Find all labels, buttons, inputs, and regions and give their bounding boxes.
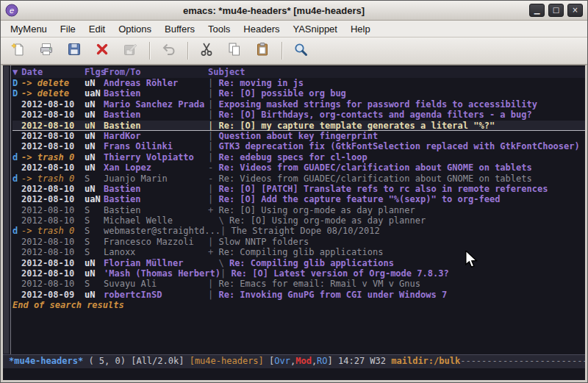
paste-button[interactable] [251,40,274,62]
toolbar-separator [187,42,189,60]
message-row[interactable]: 2012-08-10SFrancesco Mazzoli| Slow NNTP … [12,237,585,247]
msg-date: 2012-08-09 [21,290,85,300]
msg-sep: | [208,279,218,289]
undo-icon [160,41,176,60]
menu-help[interactable]: Help [344,22,377,36]
undo-button[interactable] [157,40,180,62]
menu-tools[interactable]: Tools [201,22,237,36]
msg-sep: | [208,78,218,88]
message-row[interactable]: 2012-08-10uNFlorian Müllner \ Re: Compil… [12,258,585,268]
menu-headers[interactable]: Headers [237,22,286,36]
msg-marker [12,99,21,110]
message-row[interactable]: D-> deleteuNAndreas Röhler| Re: moving i… [12,78,585,88]
column-header-from: From/To [104,67,208,78]
msg-flags: uN [85,141,104,151]
save-icon [66,41,82,60]
message-row[interactable]: 2012-08-10uNHardKor| Question about key … [12,131,585,141]
menu-yasnippet[interactable]: YASnippet [286,22,343,36]
message-row[interactable]: 2012-08-10SMichael Welle \ Re: [O] Using… [12,215,585,226]
message-row[interactable]: D-> deleteuaNBastien| Re: [O] possible o… [12,88,585,99]
msg-subject: Re: Compiling glib applications [218,247,383,257]
scrollbar[interactable] [3,65,11,354]
msg-subject: The Straight Dope 08/10/2012 [231,226,379,236]
modeline-segment-plain: 14:27 W32 [338,356,391,366]
toolbar-separator [282,42,283,60]
print-button[interactable] [35,40,58,62]
menu-file[interactable]: File [54,22,82,36]
msg-sep: | [208,121,218,130]
msg-from: Mario Sanchez Prada [104,99,208,110]
message-row[interactable]: 2012-08-10uN'Mash (Thomas Herbert)| Re: … [12,268,585,279]
msg-flags: uaN [85,194,104,204]
maximize-button[interactable]: □ [548,4,564,17]
echo-area[interactable] [3,368,585,380]
msg-date: 2012-08-10 [21,194,85,204]
msg-flags: S [85,237,104,247]
msg-from: 'Mash (Thomas Herbert) [104,268,220,279]
message-row[interactable]: 2012-08-10uNBastien| Re: [O] [PATCH] Tra… [12,184,585,194]
msg-marker [12,205,21,215]
msg-marker [12,268,21,279]
msg-flags: uN [85,78,104,88]
kill-buffer-button[interactable] [90,40,114,62]
search-icon [293,41,309,60]
msg-date: -> trash 0 [21,226,85,236]
copy-button[interactable] [223,40,246,62]
message-row[interactable]: 2012-08-10uNXan Lopez- Re: Videos from G… [12,162,585,173]
cut-button[interactable] [195,40,218,62]
msg-date: -> trash 0 [21,173,85,184]
message-row[interactable]: 2012-08-10uaNBastien| Re: [O] Add the ca… [12,194,585,204]
column-header-subject: Subject [208,67,245,78]
search-button[interactable] [289,40,312,62]
msg-sep: + [208,205,218,215]
message-row[interactable]: 2012-08-10uNFrans Oilinki| GTK3 deprecat… [12,141,585,151]
message-row[interactable]: 2012-08-09uNrobertcInSD| Re: Invoking Gn… [12,290,585,300]
menu-options[interactable]: Options [112,22,158,36]
message-row[interactable]: d-> trash 0uNThierry Volpiatto| Re: edeb… [12,152,585,162]
message-row[interactable]: 2012-08-10SSuvayu Ali| Re: Emacs for ema… [12,279,585,289]
new-file-button[interactable] [7,40,30,62]
msg-from: Florian Müllner [104,258,208,268]
column-header-date: ▼Date [12,67,85,78]
modeline-segment-minor: Ovr [274,356,290,366]
msg-date: 2012-08-10 [21,121,85,130]
menu-edit[interactable]: Edit [82,22,112,36]
message-row[interactable]: d-> trash 0SJuanjo Marin- Re: Videos fro… [12,173,585,184]
message-row[interactable]: 2012-08-10SBastien+ Re: [O] Using org-mo… [12,205,585,215]
msg-marker [12,215,21,226]
new-file-icon [10,41,26,60]
titlebar[interactable]: e emacs: *mu4e-headers* [mu4e-headers] ▁… [1,1,587,21]
msg-sep: - [208,162,218,173]
message-row[interactable]: d-> trash 0Swebmaster@straightd...| The … [12,226,585,236]
msg-flags: S [85,205,104,215]
msg-sep: | [208,152,218,162]
message-row[interactable]: 2012-08-10uNMario Sanchez Prada| Exposin… [12,99,585,110]
msg-from: Bastien [104,121,208,130]
message-row[interactable]: 2012-08-10uNBastien| Re: [O] Birthdays, … [12,110,585,120]
msg-date: -> trash 0 [21,152,85,162]
msg-sep: - [208,173,218,184]
msg-marker [12,110,21,120]
modeline-segment-plain: ] [328,356,338,366]
close-button[interactable]: × [567,4,583,17]
msg-date: 2012-08-10 [21,131,85,141]
message-row[interactable]: 2012-08-10SLanoxx+ Re: Compiling glib ap… [12,247,585,257]
menu-mymenu[interactable]: MyMenu [4,22,54,36]
end-of-results: End of search results [12,300,585,311]
msg-date: 2012-08-10 [21,279,85,289]
msg-from: Francesco Mazzoli [104,237,208,247]
scrollbar-thumb[interactable] [4,66,9,354]
msg-flags: uN [85,121,104,130]
save-button[interactable] [62,40,86,62]
msg-marker [12,184,21,194]
msg-from: Xan Lopez [104,162,208,173]
minimize-button[interactable]: ▁ [529,4,545,17]
window-title: emacs: *mu4e-headers* [mu4e-headers] [18,5,529,16]
menu-buffers[interactable]: Buffers [158,22,201,36]
svg-text:e: e [10,6,14,15]
cut-icon [198,41,215,60]
message-row[interactable]: 2012-08-10uNBastien| Re: [O] my capture … [12,121,585,131]
mode-line: *mu4e-headers* ( 5, 0) [All/2.0k] [mu4e-… [3,354,585,368]
write-file-button[interactable] [118,40,142,62]
msg-subject: Re: Compiling glib applications [229,258,394,268]
